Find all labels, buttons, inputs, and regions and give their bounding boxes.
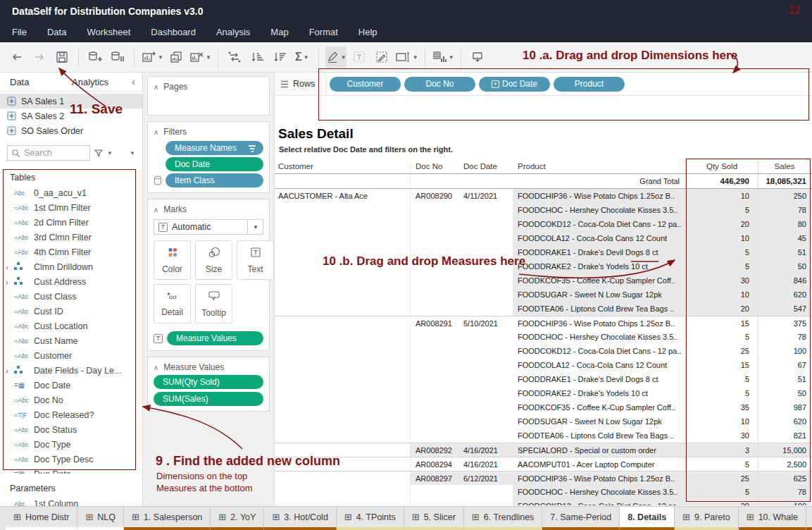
undo-arrow-icon[interactable] xyxy=(7,47,27,68)
field-item[interactable]: › Cust Address xyxy=(0,274,142,289)
show-mark-labels-icon[interactable] xyxy=(349,47,369,68)
marks-button[interactable]: Tooltip xyxy=(195,284,232,323)
pause-auto-updates-icon[interactable] xyxy=(108,47,127,68)
new-worksheet-icon[interactable]: ▼ xyxy=(141,47,163,68)
field-item[interactable]: › Doc Released? xyxy=(0,407,142,422)
mark-type-dropdown[interactable]: Automatic ▼ xyxy=(154,219,263,235)
field-item[interactable]: › Cust Class xyxy=(0,289,142,304)
field-item[interactable]: › Doc Date xyxy=(0,378,142,393)
field-item[interactable]: › Cust Name xyxy=(0,333,142,348)
totals-sigma-icon[interactable]: Σ▼ xyxy=(292,47,312,68)
measure-values-pill[interactable]: Measure Values xyxy=(167,331,263,345)
view-options-caret[interactable]: ▼ xyxy=(130,150,135,156)
collapse-card-icon[interactable]: ∧ xyxy=(154,83,158,91)
tab-data[interactable]: Data xyxy=(0,73,65,91)
datasource-item[interactable]: SO Sales Order xyxy=(0,123,142,138)
marks-button[interactable]: Detail xyxy=(154,284,191,323)
table-row[interactable]: FOODKCOF35 - Coffee K-Cup Sampler Coff..… xyxy=(275,400,812,414)
menu-item[interactable]: Format xyxy=(309,27,338,37)
field-item[interactable]: › Doc Type xyxy=(0,437,142,452)
measure-pill[interactable]: SUM(Sales) xyxy=(154,392,263,406)
field-item[interactable]: › Clmn Drilldown xyxy=(0,259,142,274)
search-input[interactable] xyxy=(24,148,84,158)
menu-item[interactable]: Map xyxy=(270,27,288,37)
field-item[interactable]: › 1st Clmn Filter xyxy=(0,200,142,215)
collapse-card-icon[interactable]: ∧ xyxy=(154,206,158,214)
clear-sheet-icon[interactable]: ▼ xyxy=(189,47,211,68)
sort-descending-icon[interactable] xyxy=(270,47,289,68)
duplicate-sheet-icon[interactable] xyxy=(166,47,186,68)
fit-selector-icon[interactable]: ▼ xyxy=(394,47,418,68)
sheet-tab[interactable]: ⊞ 6. Trendlines xyxy=(464,507,542,530)
field-item[interactable]: › Cust ID xyxy=(0,304,142,319)
sheet-tab[interactable]: ⊞ 3. Hot/Cold xyxy=(264,507,336,530)
sheet-tab[interactable]: ⊞ 4. TPoints xyxy=(337,507,404,530)
menu-item[interactable]: Data xyxy=(47,27,66,37)
filter-pill[interactable]: Item Class xyxy=(165,173,263,187)
table-row[interactable]: FOODCOLA12 - Coca-Cola Cans 12 Count 15 … xyxy=(275,358,812,372)
menu-item[interactable]: Dashboard xyxy=(151,27,196,37)
table-row[interactable]: FOODCHOC - Hershey Chocolate Kisses 3.5.… xyxy=(275,485,812,499)
search-box[interactable] xyxy=(7,145,90,161)
table-row[interactable]: FOODCOLA12 - Coca-Cola Cans 12 Count 10 … xyxy=(275,231,812,245)
swap-rows-columns-icon[interactable] xyxy=(225,47,244,68)
menu-item[interactable]: Analysis xyxy=(216,27,250,37)
sheet-tab[interactable]: ⊞ 2. YoY xyxy=(211,507,264,530)
marks-button[interactable]: Size xyxy=(195,240,232,280)
tab-analytics[interactable]: Analytics xyxy=(65,73,115,91)
shelf-pill[interactable]: Doc Date xyxy=(479,77,550,92)
field-item[interactable]: › Doc Status xyxy=(0,422,142,437)
filter-dropdown-caret[interactable]: ▼ xyxy=(107,150,113,156)
collapse-card-icon[interactable]: ∧ xyxy=(154,364,158,371)
menu-item[interactable]: Worksheet xyxy=(87,27,130,37)
shelf-pill[interactable]: Product xyxy=(554,77,625,92)
table-row[interactable]: FOODTEA06 - Liptons Cold Brew Tea Bags .… xyxy=(275,302,812,316)
table-row[interactable]: FOODCHOC - Hershey Chocolate Kisses 3.5.… xyxy=(275,330,812,344)
col-header-docdate[interactable]: Doc Date xyxy=(460,159,513,173)
filter-funnel-icon[interactable] xyxy=(94,148,104,158)
col-header-sales[interactable]: Sales xyxy=(758,159,811,173)
field-item[interactable]: › Date Fields - Day Le... xyxy=(0,363,142,378)
table-row[interactable]: FOODTEA06 - Liptons Cold Brew Tea Bags .… xyxy=(275,429,812,443)
expand-plus-icon[interactable] xyxy=(492,80,499,88)
field-item[interactable]: › Cust Location xyxy=(0,319,142,333)
col-header-customer[interactable]: Customer xyxy=(275,159,411,173)
field-item[interactable]: › 3rd Clmn Filter xyxy=(0,230,142,245)
table-row[interactable]: FOODCHOC - Hershey Chocolate Kisses 3.5.… xyxy=(275,203,812,217)
sheet-tab[interactable]: ⊞ Home Distr xyxy=(6,507,77,530)
table-row[interactable]: FOODCOKD12 - Coca-Cola Diet Cans - 12 pa… xyxy=(275,499,812,505)
expand-chevron-icon[interactable]: › xyxy=(6,366,14,375)
col-header-qty-sold[interactable]: Qty Sold xyxy=(685,159,758,173)
field-item[interactable]: › Doc No xyxy=(0,393,142,407)
field-item[interactable]: › 0_aa_acu_v1 xyxy=(0,185,142,200)
expand-chevron-icon[interactable]: › xyxy=(6,278,14,286)
filter-pill[interactable]: Measure Names xyxy=(165,141,263,155)
sheet-tab[interactable]: ⊞ 5. Slicer xyxy=(404,507,464,530)
table-row[interactable]: AR008292 4/16/2021 SPECIALORD - Special … xyxy=(275,443,812,457)
measure-pill[interactable]: SUM(Qty Sold) xyxy=(154,375,263,389)
field-item[interactable]: › Due Date xyxy=(0,467,142,474)
presentation-mode-icon[interactable] xyxy=(468,47,487,68)
highlight-pen-icon[interactable]: ▼ xyxy=(325,47,346,68)
field-item[interactable]: › Customer xyxy=(0,348,142,363)
marks-button[interactable]: Color xyxy=(154,240,191,280)
show-me-icon[interactable]: ▼ xyxy=(432,47,454,68)
table-row[interactable]: AACUSTOMER - Alta Ace AR008290 4/11/2021… xyxy=(275,189,812,203)
table-row[interactable]: FOODCOKD12 - Coca-Cola Diet Cans - 12 pa… xyxy=(275,217,812,231)
table-row[interactable]: FOODDRAKE2 - Drake's Yodels 10 ct 5 50 xyxy=(275,386,812,400)
add-datasource-icon[interactable] xyxy=(85,47,105,68)
sort-ascending-icon[interactable] xyxy=(247,47,267,68)
datasource-item[interactable]: SA Sales 2 xyxy=(0,109,142,123)
shelf-pill[interactable]: Doc No xyxy=(404,77,475,92)
col-header-product[interactable]: Product xyxy=(513,159,685,173)
sheet-tab[interactable]: 11. Rolling xyxy=(806,507,812,530)
table-row[interactable]: AR008291 5/10/2021 FOODCHIP36 - Wise Pot… xyxy=(275,316,812,330)
table-row[interactable]: FOODCOKD12 - Coca-Cola Diet Cans - 12 pa… xyxy=(275,344,812,358)
table-row[interactable]: AR008297 6/12/2021 FOODCHIP36 - Wise Pot… xyxy=(275,471,812,485)
menu-item[interactable]: Help xyxy=(358,27,377,37)
redo-arrow-icon[interactable] xyxy=(30,47,49,68)
table-row[interactable]: AR008294 4/16/2021 AACOMPUT01 - Acer Lap… xyxy=(275,457,812,471)
marks-button[interactable]: Text xyxy=(237,240,274,280)
filter-pill[interactable]: Doc Date xyxy=(165,157,263,171)
field-item[interactable]: › Doc Type Desc xyxy=(0,452,142,467)
